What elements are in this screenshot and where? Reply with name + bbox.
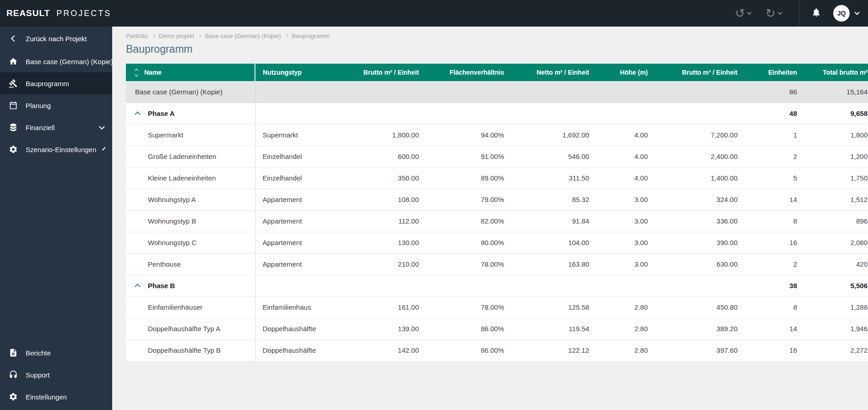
table-row[interactable]: Penthouse Appartement 210.00 78.00% 163.… — [126, 253, 868, 275]
row-net-m2-per-unit: 1,692.00 — [511, 124, 597, 146]
row-gross-m2-per-unit: 600.00 — [341, 146, 426, 167]
app-logo[interactable]: REASULT PROJECTS — [5, 8, 111, 18]
sort-icon[interactable] — [135, 69, 138, 76]
row-usage-type: Doppelhaushälfte — [255, 318, 341, 339]
row-height: 2.80 — [597, 318, 655, 339]
column-header-netto-m2[interactable]: Netto m² / Einheit — [511, 64, 597, 81]
redo-dropdown-chevron-icon[interactable] — [778, 10, 782, 15]
row-height: 3.00 — [597, 253, 655, 275]
sidebar-item-label: Einstellungen — [26, 393, 67, 401]
row-name-cell: Phase B — [126, 275, 255, 296]
sidebar-item-finanziell[interactable]: Finanziell — [0, 116, 112, 138]
breadcrumb: Portfolio Demo projekt Base case (German… — [126, 32, 868, 39]
table-row[interactable]: Doppelhaushälfte Typ A Doppelhaushälfte … — [126, 318, 868, 339]
sidebar-item-support[interactable]: Support — [0, 364, 112, 386]
column-header-flaechenverhaeltnis[interactable]: Flächenverhältnis — [426, 64, 511, 81]
sidebar-item-einstellungen[interactable]: Einstellungen — [0, 386, 112, 408]
breadcrumb-item[interactable]: Demo projekt — [159, 33, 194, 39]
row-units: 8 — [745, 296, 804, 318]
undo-icon: ↺ — [735, 7, 745, 19]
breadcrumb-chevron-icon — [284, 34, 288, 38]
notifications-button[interactable] — [811, 7, 821, 19]
collapse-chevron-icon[interactable] — [135, 111, 140, 116]
table-row[interactable]: Wohnungstyp C Appartement 130.00 80.00% … — [126, 232, 868, 253]
avatar[interactable]: JQ — [833, 5, 850, 22]
bauprogramm-table: Name Nutzungstyp Brutto m² / Einheit Flä… — [126, 64, 868, 361]
table-row[interactable]: Phase A 48 9,658 — [126, 103, 868, 124]
sidebar-item-bauprogramm[interactable]: Bauprogramm — [0, 72, 112, 94]
back-to-project-button[interactable]: Zurück nach Projekt — [0, 27, 112, 50]
row-total-gross-m2: 9,658 — [804, 103, 868, 124]
row-height — [597, 81, 655, 103]
redo-button[interactable]: ↻ — [765, 7, 781, 19]
chevron-down-icon[interactable] — [102, 147, 106, 150]
row-net-m2-per-unit: 125.58 — [511, 296, 597, 318]
topbar-divider — [799, 0, 799, 27]
column-header-brutto-m3[interactable]: Brutto m³ / Einheit — [655, 64, 745, 81]
topbar-actions: ↺ ↻ JQ — [727, 0, 859, 27]
user-menu-chevron-icon[interactable] — [854, 10, 859, 15]
column-header-hoehe[interactable]: Höhe (m) — [597, 64, 655, 81]
undo-button[interactable]: ↺ — [735, 7, 751, 19]
table-row[interactable]: Einfamilienhäuser Einfamilienhaus 161.00… — [126, 296, 868, 318]
user-menu[interactable]: JQ — [833, 5, 859, 22]
table-row[interactable]: Wohnungstyp B Appartement 112.00 82.00% … — [126, 210, 868, 232]
row-total-gross-m2: 1,288 — [804, 296, 868, 318]
row-units: 5 — [745, 167, 804, 189]
breadcrumb-item[interactable]: Base case (German) (Kopie) — [205, 33, 281, 39]
row-net-m2-per-unit: 122.12 — [511, 339, 597, 361]
brand-primary: REASULT — [6, 8, 50, 18]
column-header-nutzungstyp[interactable]: Nutzungstyp — [255, 64, 341, 81]
row-gross-m2-per-unit: 130.00 — [341, 232, 426, 253]
breadcrumb-item[interactable]: Bauprogramm — [292, 33, 329, 39]
row-gross-m2-per-unit — [341, 81, 426, 103]
row-net-m2-per-unit: 311.50 — [511, 167, 597, 189]
column-header-total-brutto[interactable]: Total brutto m² — [804, 64, 868, 81]
row-net-m2-per-unit — [511, 275, 597, 296]
sidebar-item-label: Szenario-Einstellungen — [26, 146, 96, 153]
row-name-cell: Wohnungstyp C — [126, 232, 255, 253]
undo-dropdown-chevron-icon[interactable] — [747, 10, 752, 15]
row-gross-m2-per-unit: 161.00 — [341, 296, 426, 318]
row-gross-m3-per-unit — [655, 81, 745, 103]
sidebar-item-label: Berichte — [26, 349, 51, 357]
row-total-gross-m2: 420 — [804, 253, 868, 275]
sidebar-item-berichte[interactable]: Berichte — [0, 342, 112, 364]
table-row[interactable]: Kleine Ladeneinheiten Einzelhandel 350.0… — [126, 167, 868, 189]
row-total-gross-m2: 5,506 — [804, 275, 868, 296]
row-usage-type: Einzelhandel — [255, 167, 341, 189]
row-height: 2.80 — [597, 296, 655, 318]
column-header-brutto-m2[interactable]: Brutto m² / Einheit — [341, 64, 426, 81]
sidebar-item-szenario-einstellungen[interactable]: Szenario-Einstellungen — [0, 138, 112, 160]
row-area-ratio: 91.00% — [426, 146, 511, 167]
row-net-m2-per-unit: 104.00 — [511, 232, 597, 253]
row-total-gross-m2: 1,200 — [804, 146, 868, 167]
row-height: 3.00 — [597, 232, 655, 253]
sidebar-item-planung[interactable]: Planung — [0, 94, 112, 116]
column-header-name[interactable]: Name — [126, 64, 255, 81]
row-total-gross-m2: 1,750 — [804, 167, 868, 189]
row-net-m2-per-unit — [511, 81, 597, 103]
row-total-gross-m2: 896 — [804, 210, 868, 232]
collapse-chevron-icon[interactable] — [135, 283, 140, 288]
table-row[interactable]: Wohnungstyp A Appartement 108.00 79.00% … — [126, 189, 868, 210]
row-gross-m3-per-unit — [655, 275, 745, 296]
row-name-cell: Doppelhaushälfte Typ A — [126, 318, 255, 339]
row-area-ratio: 82.00% — [426, 210, 511, 232]
row-usage-type: Einfamilienhaus — [255, 296, 341, 318]
chevron-down-icon[interactable] — [99, 124, 105, 130]
column-header-label: Name — [144, 69, 162, 76]
breadcrumb-item[interactable]: Portfolio — [126, 33, 148, 39]
row-name-cell: Penthouse — [126, 253, 255, 275]
column-header-einheiten[interactable]: Einheiten — [745, 64, 804, 81]
table-row[interactable]: Base case (German) (Kopie) 86 15,164 — [126, 81, 868, 103]
table-row[interactable]: Supermarkt Supermarkt 1,800.00 94.00% 1,… — [126, 124, 868, 146]
row-units: 14 — [745, 189, 804, 210]
row-total-gross-m2: 2,080 — [804, 232, 868, 253]
table-row[interactable]: Phase B 38 5,506 — [126, 275, 868, 296]
table-row[interactable]: Große Ladeneinheiten Einzelhandel 600.00… — [126, 146, 868, 167]
table-row[interactable]: Doppelhaushälfte Typ B Doppelhaushälfte … — [126, 339, 868, 361]
row-usage-type: Appartement — [255, 253, 341, 275]
row-total-gross-m2: 15,164 — [804, 81, 868, 103]
sidebar-item-base-case[interactable]: Base case (German) (Kopie) — [0, 50, 112, 72]
